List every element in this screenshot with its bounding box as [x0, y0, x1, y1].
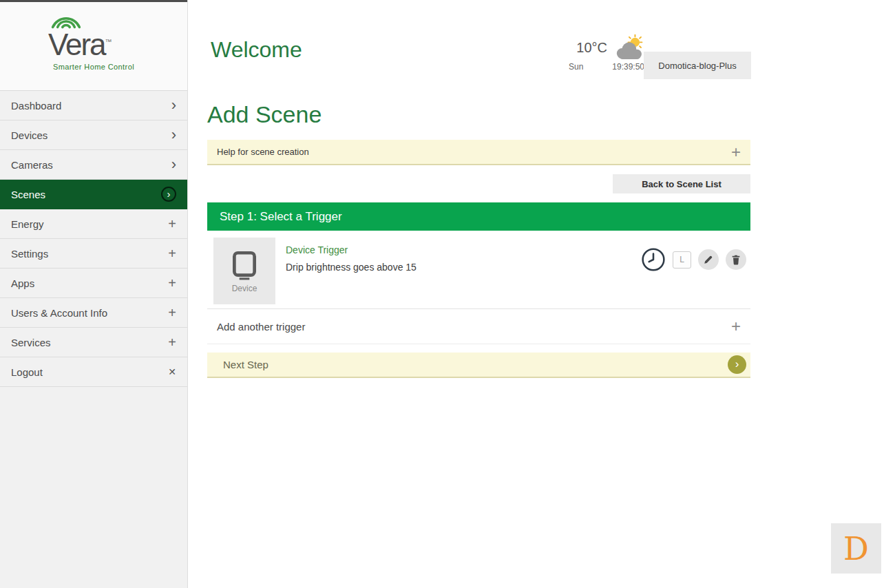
back-to-scene-list-button[interactable]: Back to Scene List	[613, 174, 750, 193]
chevron-right-icon: ›	[171, 127, 176, 143]
sidebar-item-logout[interactable]: Logout ✕	[0, 357, 187, 387]
sidebar-item-scenes[interactable]: Scenes ›	[0, 180, 187, 209]
sidebar-menu: Dashboard › Devices › Cameras › Scenes ›…	[0, 90, 187, 387]
sidebar-item-label: Apps	[11, 277, 34, 289]
sidebar-item-energy[interactable]: Energy +	[0, 209, 187, 239]
domotica-blog-badge: D	[831, 523, 881, 574]
chevron-right-icon: ›	[171, 98, 176, 113]
controller-select-button[interactable]: Domotica-blog-Plus	[644, 52, 751, 79]
sidebar-item-label: Dashboard	[11, 100, 61, 112]
delete-trigger-button[interactable]	[726, 249, 746, 270]
weather-day: Sun	[569, 62, 583, 72]
trigger-description: Drip brightness goes above 15	[286, 262, 417, 273]
sidebar-item-settings[interactable]: Settings +	[0, 239, 187, 269]
sidebar-item-apps[interactable]: Apps +	[0, 269, 187, 298]
add-another-trigger-row[interactable]: Add another trigger +	[207, 309, 750, 344]
next-step-bar[interactable]: Next Step ›	[207, 353, 750, 378]
weather-time: 19:39:50	[612, 62, 644, 72]
logo-area: Vera™ Smarter Home Control	[0, 2, 187, 90]
sidebar-item-label: Cameras	[11, 159, 53, 171]
edit-trigger-button[interactable]	[698, 249, 719, 270]
trash-icon	[730, 254, 741, 265]
pencil-icon	[703, 254, 714, 265]
step-header: Step 1: Select a Trigger	[207, 202, 750, 231]
chevron-right-icon: ›	[171, 157, 176, 172]
page-title: Add Scene	[207, 101, 322, 128]
weather-temperature: 10°C	[576, 40, 607, 56]
sidebar-item-label: Settings	[11, 248, 48, 260]
help-bar-label: Help for scene creation	[217, 147, 309, 157]
sidebar: Vera™ Smarter Home Control Dashboard › D…	[0, 0, 188, 588]
add-trigger-plus-icon[interactable]: +	[731, 318, 741, 335]
main-content: Welcome 10°C Sun 19:	[189, 0, 895, 588]
plus-icon: +	[168, 217, 176, 231]
expand-help-plus-icon[interactable]: +	[731, 144, 741, 160]
domotica-blog-letter: D	[843, 530, 869, 567]
next-step-arrow-button[interactable]: ›	[728, 355, 746, 374]
next-step-label: Next Step	[217, 359, 268, 370]
trigger-text: Device Trigger Drip brightness goes abov…	[286, 244, 417, 273]
sidebar-item-users-account-info[interactable]: Users & Account Info +	[0, 298, 187, 328]
welcome-heading: Welcome	[211, 37, 302, 63]
plus-icon: +	[168, 246, 176, 260]
sun-cloud-icon	[611, 34, 644, 61]
trigger-row: Device Device Trigger Drip brightness go…	[207, 231, 750, 309]
sidebar-item-devices[interactable]: Devices ›	[0, 120, 187, 150]
sidebar-item-cameras[interactable]: Cameras ›	[0, 150, 187, 180]
plus-icon: +	[168, 335, 176, 349]
device-icon	[229, 249, 260, 281]
device-box-label: Device	[232, 284, 257, 293]
clock-icon	[641, 247, 666, 272]
sidebar-item-label: Services	[11, 337, 51, 348]
sidebar-item-label: Devices	[11, 129, 48, 141]
trigger-title: Device Trigger	[286, 244, 417, 255]
schedule-clock-button[interactable]	[641, 247, 666, 272]
luup-l-button[interactable]: L	[673, 251, 691, 269]
plus-icon: +	[168, 276, 176, 290]
wifi-arcs-icon	[47, 9, 85, 30]
weather-widget: 10°C Sun 19:39:50	[569, 34, 644, 72]
chevron-right-icon: ›	[735, 358, 739, 370]
sidebar-item-label: Logout	[11, 366, 43, 378]
sidebar-item-services[interactable]: Services +	[0, 328, 187, 357]
sidebar-item-label: Users & Account Info	[11, 307, 107, 319]
trigger-actions: L	[641, 247, 746, 272]
sidebar-item-label: Scenes	[11, 189, 45, 200]
sidebar-item-label: Energy	[11, 218, 44, 230]
logo-trademark: ™	[105, 38, 112, 45]
close-icon: ✕	[168, 367, 176, 377]
add-another-trigger-label: Add another trigger	[217, 321, 305, 333]
sidebar-item-dashboard[interactable]: Dashboard ›	[0, 91, 187, 120]
device-type-box[interactable]: Device	[213, 238, 275, 304]
logo-tagline: Smarter Home Control	[0, 63, 187, 71]
help-bar[interactable]: Help for scene creation +	[207, 140, 750, 165]
plus-icon: +	[168, 306, 176, 319]
chevron-right-circle-icon: ›	[161, 187, 176, 202]
